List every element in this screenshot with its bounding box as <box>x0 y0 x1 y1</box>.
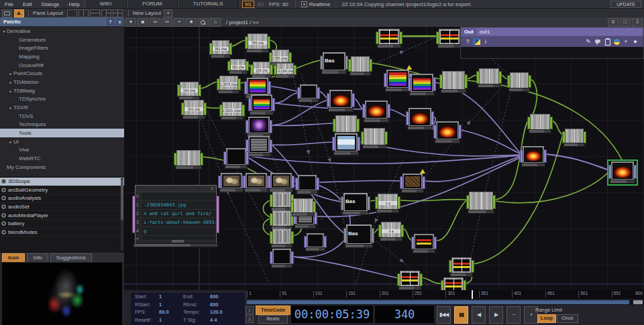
chop-wire[interactable] <box>400 200 467 201</box>
tab-icon[interactable]: Icon <box>2 253 25 262</box>
network-node-top[interactable] <box>384 70 411 92</box>
network-node-top[interactable] <box>298 84 319 103</box>
node-input-connector[interactable] <box>528 117 530 129</box>
palette-tree-item-generators[interactable]: Generators <box>0 36 124 44</box>
network-node-comp[interactable]: Bas <box>344 224 374 248</box>
palette-scrollbar[interactable] <box>121 178 123 251</box>
chop-wire[interactable] <box>374 229 379 233</box>
palette-tree-item-derivative[interactable]: ▾Derivative <box>0 27 124 36</box>
dat-hscrollbar[interactable] <box>136 240 215 243</box>
node-input-connector[interactable] <box>270 195 272 206</box>
network-node-comp[interactable]: Bas <box>321 52 347 74</box>
add-parameter-icon[interactable]: + <box>622 38 630 46</box>
node-output-connector[interactable] <box>420 274 422 285</box>
pane-collapse-button[interactable]: ⇩ <box>632 18 643 27</box>
chop-wire[interactable] <box>552 121 563 135</box>
realtime-toggle[interactable]: x Realtime <box>295 0 331 8</box>
timeline-field-value[interactable]: 120.0 <box>210 309 242 315</box>
copy-parameters-icon[interactable] <box>603 38 611 46</box>
node-input-connector[interactable] <box>133 196 135 233</box>
palette-tree-item-tdableton[interactable]: ▸TDAbleton <box>0 78 124 86</box>
network-node-top[interactable] <box>409 74 435 96</box>
top-wire[interactable] <box>270 86 298 91</box>
pane-layout-preset-single[interactable] <box>67 9 77 17</box>
palette-tree-item-tdvr[interactable]: ▸TDVR <box>0 103 124 112</box>
node-output-connector[interactable] <box>459 125 461 138</box>
node-output-connector[interactable] <box>385 132 387 144</box>
tree-arrow-icon[interactable]: ▸ <box>8 80 13 84</box>
palette-component-audioset[interactable]: audioSet <box>0 203 124 212</box>
node-output-connector[interactable] <box>423 177 425 188</box>
node-input-connector[interactable] <box>362 132 364 144</box>
palette-tree-item-pointclouds[interactable]: ▸PointClouds <box>0 69 124 78</box>
palette-tree-item-vive[interactable]: Vive <box>0 146 124 155</box>
pause-button[interactable]: ▮▮ <box>454 306 468 324</box>
power-toggle[interactable]: 0/1 <box>242 1 254 8</box>
network-node-chop[interactable] <box>563 129 586 147</box>
palette-tree-item-tdbitwig[interactable]: ▸TDBitwig <box>0 86 124 95</box>
pane-max-button[interactable]: 0 <box>608 18 619 27</box>
network-node-top[interactable] <box>412 234 436 253</box>
node-output-connector[interactable] <box>268 82 270 94</box>
menu-file[interactable]: File <box>0 1 18 7</box>
tree-arrow-icon[interactable]: ▸ <box>8 71 13 76</box>
network-node-chop[interactable] <box>376 29 402 48</box>
network-node-chop[interactable] <box>270 229 293 248</box>
node-input-connector[interactable] <box>409 78 411 90</box>
network-node-chop[interactable] <box>441 277 466 290</box>
palette-component-3dscope[interactable]: 3DScope <box>0 178 124 186</box>
node-output-connector[interactable] <box>464 281 466 290</box>
node-input-connector[interactable] <box>609 166 611 178</box>
node-input-connector[interactable] <box>178 85 180 96</box>
top-wire[interactable] <box>354 99 363 109</box>
node-input-connector[interactable] <box>437 32 439 44</box>
node-output-connector[interactable] <box>465 75 467 88</box>
tab-info[interactable]: Info <box>27 253 48 262</box>
network-node-chop[interactable]: 361 cha <box>210 40 231 58</box>
add-layout-button[interactable]: + <box>164 9 172 17</box>
node-input-connector[interactable] <box>270 214 272 225</box>
comment-icon[interactable] <box>594 38 602 46</box>
parameter-dialog-header[interactable]: Out out1 <box>461 27 643 36</box>
node-output-connector[interactable] <box>201 153 203 165</box>
network-node-top[interactable] <box>268 173 294 192</box>
node-input-connector[interactable] <box>441 281 443 290</box>
node-output-connector[interactable] <box>270 140 272 152</box>
top-wire[interactable] <box>248 155 521 164</box>
node-input-connector[interactable] <box>376 32 378 44</box>
network-node-chop[interactable]: 1.5201 chan1 <box>220 102 244 120</box>
palette-component-arcballgeometry[interactable]: arcBallGeometry <box>0 186 124 195</box>
palette-tree-item-tdsynchro[interactable]: TDSynchro <box>0 95 124 104</box>
node-output-connector[interactable] <box>634 166 636 178</box>
timeline-field-value[interactable]: 600 <box>210 294 242 300</box>
network-node-top[interactable] <box>407 108 433 130</box>
back-icon[interactable]: ⇦ <box>150 18 160 27</box>
network-node-chop[interactable] <box>174 150 203 170</box>
top-wire[interactable] <box>274 92 298 103</box>
top-wire[interactable] <box>319 180 400 182</box>
node-output-connector[interactable] <box>324 237 326 247</box>
dropdown-icon[interactable]: ▾ <box>125 18 136 27</box>
python-mode-icon[interactable] <box>612 38 621 46</box>
timeline-field-value[interactable]: 600 <box>210 302 242 308</box>
network-node-top[interactable] <box>305 233 326 251</box>
node-input-connector[interactable] <box>246 37 248 48</box>
chop-wire[interactable] <box>403 229 412 241</box>
node-output-connector[interactable] <box>493 196 495 208</box>
palette-component-blendmodes[interactable]: blendModes <box>0 229 124 237</box>
node-output-connector[interactable] <box>204 103 206 115</box>
node-output-connector[interactable] <box>388 105 390 117</box>
network-node-dat[interactable]: 201-2382834043.jpg2n and cat girl and fi… <box>133 185 219 247</box>
network-node-top[interactable] <box>249 94 274 115</box>
node-output-connector[interactable] <box>352 94 354 107</box>
node-output-connector[interactable] <box>217 196 219 233</box>
timeline-field-value[interactable]: 1 <box>159 302 183 308</box>
network-node-chop[interactable] <box>528 114 552 133</box>
palette-component-battery[interactable]: battery <box>0 220 124 229</box>
node-input-connector[interactable] <box>251 65 253 75</box>
menu-tab-wiki[interactable]: WIKI <box>85 0 127 8</box>
network-node-chop[interactable] <box>440 71 467 93</box>
network-node-chop[interactable] <box>362 128 387 149</box>
menu-edit[interactable]: Edit <box>18 1 37 7</box>
menu-help[interactable]: Help <box>64 1 84 7</box>
